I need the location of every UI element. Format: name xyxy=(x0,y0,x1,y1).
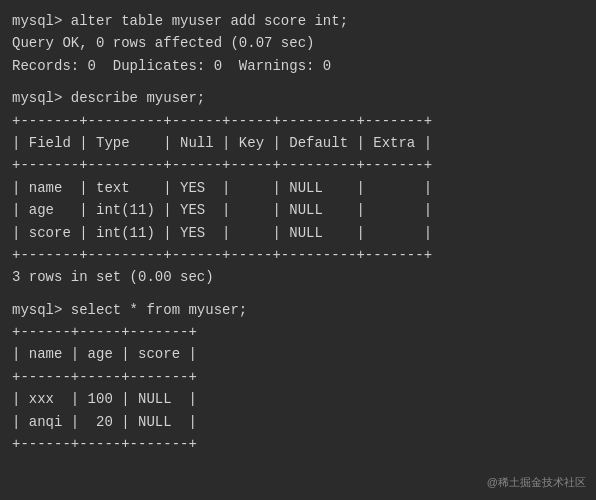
terminal-result: Query OK, 0 rows affected (0.07 sec) xyxy=(12,32,584,54)
terminal-table-line: +-------+---------+------+-----+--------… xyxy=(12,154,584,176)
terminal-table-line: | name | text | YES | | NULL | | xyxy=(12,177,584,199)
terminal-table-line: | anqi | 20 | NULL | xyxy=(12,411,584,433)
watermark-label: @稀土掘金技术社区 xyxy=(487,475,586,490)
terminal-command: mysql> select * from myuser; xyxy=(12,299,584,321)
terminal-table-line: +------+-----+-------+ xyxy=(12,433,584,455)
terminal-table-line: | Field | Type | Null | Key | Default | … xyxy=(12,132,584,154)
terminal-command: mysql> alter table myuser add score int; xyxy=(12,10,584,32)
terminal-container: mysql> alter table myuser add score int;… xyxy=(12,10,584,455)
terminal-result: 3 rows in set (0.00 sec) xyxy=(12,266,584,288)
terminal-table-line: +------+-----+-------+ xyxy=(12,366,584,388)
terminal-command: mysql> describe myuser; xyxy=(12,87,584,109)
terminal-table-line: +-------+---------+------+-----+--------… xyxy=(12,244,584,266)
terminal-table-line: | name | age | score | xyxy=(12,343,584,365)
terminal-table-line: +-------+---------+------+-----+--------… xyxy=(12,110,584,132)
terminal-table-line: +------+-----+-------+ xyxy=(12,321,584,343)
terminal-table-line: | xxx | 100 | NULL | xyxy=(12,388,584,410)
terminal-table-line: | age | int(11) | YES | | NULL | | xyxy=(12,199,584,221)
terminal-spacer xyxy=(12,289,584,299)
terminal-table-line: | score | int(11) | YES | | NULL | | xyxy=(12,222,584,244)
terminal-spacer xyxy=(12,77,584,87)
terminal-result: Records: 0 Duplicates: 0 Warnings: 0 xyxy=(12,55,584,77)
